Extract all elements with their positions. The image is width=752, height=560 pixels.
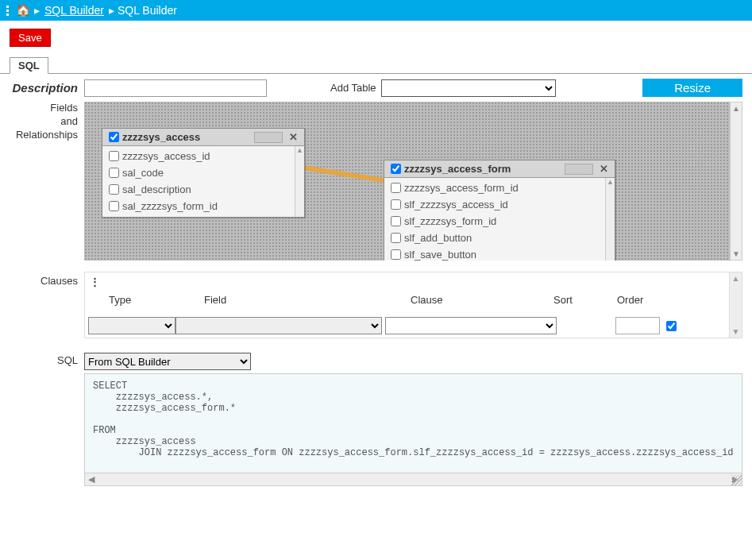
table-select-checkbox[interactable] xyxy=(109,132,119,142)
table-columns: zzzzsys_access_idsal_codesal_description… xyxy=(102,146,304,217)
clause-order-input[interactable] xyxy=(615,317,660,334)
column-name: slf_save_button xyxy=(404,249,476,261)
fields-label: Fields and Relationships xyxy=(5,102,84,261)
col-field: Field xyxy=(204,294,411,306)
sql-source-select[interactable]: From SQL Builder xyxy=(84,353,251,370)
table-title[interactable]: zzzzsys_access✕ xyxy=(102,129,304,146)
clauses-section: Clauses ⋮ Type Field Clause Sort Order ▲… xyxy=(0,268,752,342)
description-label: Description xyxy=(5,81,84,95)
clauses-label: Clauses xyxy=(5,272,84,338)
column-sal_code[interactable]: sal_code xyxy=(106,164,293,181)
home-icon[interactable]: 🏠 xyxy=(16,3,31,17)
col-order: Order xyxy=(617,294,681,306)
toolbar: Save xyxy=(0,21,752,52)
breadcrumb-link[interactable]: SQL Builder xyxy=(44,4,104,17)
table-title[interactable]: zzzzsys_access_form✕ xyxy=(384,160,615,178)
table-select-checkbox[interactable] xyxy=(391,164,401,174)
column-checkbox[interactable] xyxy=(391,183,401,193)
column-name: slf_zzzzsys_access_id xyxy=(404,199,508,210)
column-name: slf_zzzzsys_form_id xyxy=(404,215,496,227)
column-checkbox[interactable] xyxy=(391,249,401,260)
table-name: zzzzsys_access_form xyxy=(404,163,511,175)
column-zzzzsys_access_id[interactable]: zzzzsys_access_id xyxy=(106,148,293,164)
clause-enable-checkbox[interactable] xyxy=(666,321,677,331)
top-bar: 🏠 ▸ SQL Builder ▸ SQL Builder xyxy=(0,0,752,21)
clause-field-select[interactable] xyxy=(175,317,382,334)
table-box-zzzzsys_access[interactable]: zzzzsys_access✕zzzzsys_access_idsal_code… xyxy=(102,128,305,218)
col-clause: Clause xyxy=(411,294,553,306)
table-box-zzzzsys_access_form[interactable]: zzzzsys_access_form✕zzzzsys_access_form_… xyxy=(384,160,615,261)
header-row: Description Add Table Resize xyxy=(0,74,752,98)
clauses-menu-icon[interactable]: ⋮ xyxy=(85,272,729,291)
column-zzzzsys_access_form_id[interactable]: zzzzsys_access_form_id xyxy=(388,180,604,196)
breadcrumb-sep: ▸ xyxy=(109,4,114,17)
table-scrollbar[interactable]: ▲ xyxy=(605,178,615,261)
tab-sql[interactable]: SQL xyxy=(10,57,48,74)
column-checkbox[interactable] xyxy=(391,233,401,243)
breadcrumb-current: SQL Builder xyxy=(118,4,177,17)
add-table-select[interactable] xyxy=(381,79,556,97)
column-name: sal_description xyxy=(122,183,191,195)
close-icon[interactable]: ✕ xyxy=(286,131,301,143)
close-icon[interactable]: ✕ xyxy=(596,163,611,175)
resize-grip-icon[interactable] xyxy=(731,475,742,486)
column-checkbox[interactable] xyxy=(109,151,119,161)
column-name: sal_zzzzsys_form_id xyxy=(122,200,218,212)
table-drag-handle[interactable] xyxy=(254,132,283,143)
clause-row xyxy=(85,314,729,338)
clause-type-select[interactable] xyxy=(88,317,175,334)
column-checkbox[interactable] xyxy=(109,168,119,178)
save-button[interactable]: Save xyxy=(10,29,51,47)
column-name: zzzzsys_access_form_id xyxy=(404,182,519,194)
column-name: slf_add_button xyxy=(404,232,472,244)
table-drag-handle[interactable] xyxy=(565,164,593,175)
sql-label: SQL xyxy=(5,353,84,370)
column-checkbox[interactable] xyxy=(391,216,401,226)
column-slf_zzzzsys_form_id[interactable]: slf_zzzzsys_form_id xyxy=(388,213,604,230)
column-slf_zzzzsys_access_id[interactable]: slf_zzzzsys_access_id xyxy=(388,196,604,213)
menu-dots-icon[interactable] xyxy=(6,6,11,16)
sql-source-row: SQL From SQL Builder xyxy=(0,350,752,373)
col-type: Type xyxy=(109,294,204,306)
sql-textarea[interactable]: SELECT zzzzsys_access.*, zzzzsys_access_… xyxy=(85,374,742,473)
column-checkbox[interactable] xyxy=(391,199,401,210)
fields-section: Fields and Relationships zzzzsys_access✕… xyxy=(0,98,752,264)
tab-strip: SQL xyxy=(0,52,752,74)
description-input[interactable] xyxy=(84,79,267,97)
column-checkbox[interactable] xyxy=(109,201,119,211)
column-sal_description[interactable]: sal_description xyxy=(106,181,293,198)
clauses-header: Type Field Clause Sort Order xyxy=(85,291,729,314)
clauses-scrollbar[interactable]: ▲▼ xyxy=(729,272,742,338)
relationship-canvas[interactable]: zzzzsys_access✕zzzzsys_access_idsal_code… xyxy=(84,102,730,261)
column-slf_add_button[interactable]: slf_add_button xyxy=(388,230,604,246)
table-columns: zzzzsys_access_form_idslf_zzzzsys_access… xyxy=(384,178,615,261)
col-sort: Sort xyxy=(553,294,617,306)
canvas-scrollbar[interactable]: ▲▼ xyxy=(730,102,742,261)
table-name: zzzzsys_access xyxy=(122,131,200,143)
column-slf_save_button[interactable]: slf_save_button xyxy=(388,246,604,261)
column-sal_zzzzsys_form_id[interactable]: sal_zzzzsys_form_id xyxy=(106,198,293,214)
column-name: zzzzsys_access_id xyxy=(122,150,210,162)
add-table-label: Add Table xyxy=(330,82,376,94)
column-name: sal_code xyxy=(122,167,164,179)
clause-clause-select[interactable] xyxy=(385,317,557,334)
resize-button[interactable]: Resize xyxy=(642,79,742,97)
sql-text-row: SELECT zzzzsys_access.*, zzzzsys_access_… xyxy=(0,373,752,489)
column-checkbox[interactable] xyxy=(109,184,119,195)
table-scrollbar[interactable]: ▲ xyxy=(295,146,304,217)
breadcrumb-sep: ▸ xyxy=(34,4,40,17)
sql-h-scrollbar[interactable]: ◀▶ xyxy=(85,473,742,485)
